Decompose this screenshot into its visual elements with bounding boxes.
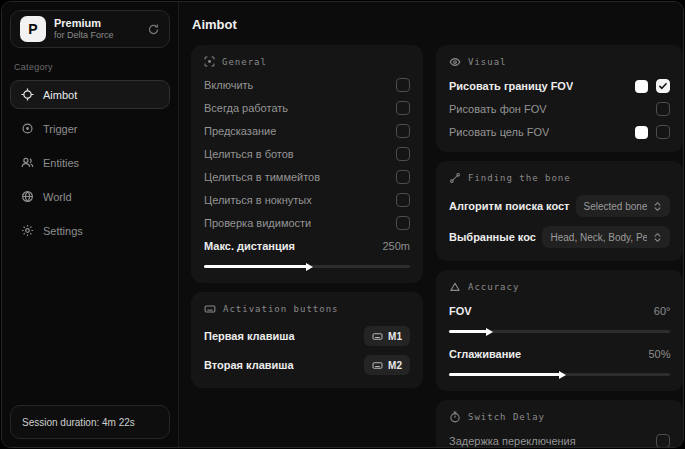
app-window: P Premium for Delta Force Category Aimbo…: [1, 1, 684, 448]
session-duration-text: Session duration: 4m 22s: [22, 417, 135, 428]
first-key-button[interactable]: M1: [364, 326, 410, 346]
switch-delay-toggle-row: Задержка переключения: [449, 434, 670, 447]
toggle-label: Включить: [204, 79, 253, 91]
target-bots-checkbox[interactable]: [396, 147, 410, 161]
fov-slider-row: FOV 60°: [449, 304, 670, 318]
panel-title-text: General: [222, 57, 267, 67]
sidebar-item-label: Aimbot: [43, 89, 77, 101]
fov-border-row: Рисовать границу FOV: [449, 79, 670, 93]
fov-border-color-swatch[interactable]: [635, 80, 648, 93]
second-key-row: Вторая клавиша M2: [204, 355, 410, 375]
panel-switch-delay: Switch Delay Задержка переключения Задер…: [436, 400, 683, 447]
app-logo: P: [20, 16, 46, 42]
smoothing-slider[interactable]: [449, 373, 670, 376]
sidebar-item-label: Settings: [43, 225, 83, 237]
toggle-row-target-knocked: Целиться в нокнутых: [204, 193, 410, 207]
sidebar: P Premium for Delta Force Category Aimbo…: [2, 2, 179, 447]
panel-visual: Visual Рисовать границу FOV Рисовать фон…: [436, 45, 683, 152]
sync-icon[interactable]: [147, 23, 160, 36]
first-key-row: Первая клавиша M1: [204, 326, 410, 346]
panel-title-text: Accuracy: [468, 282, 519, 292]
fov-target-label: Рисовать цель FOV: [449, 126, 549, 138]
fov-background-row: Рисовать фон FOV: [449, 102, 670, 116]
sidebar-item-label: World: [43, 191, 72, 203]
bone-algorithm-label: Алгоритм поиска кост: [449, 200, 570, 212]
first-key-label: Первая клавиша: [204, 330, 295, 342]
toggle-row-enable: Включить: [204, 78, 410, 92]
selected-bones-label: Выбранные кос: [449, 231, 536, 243]
toggle-label: Всегда работать: [204, 102, 288, 114]
panel-general-title: General: [204, 56, 410, 67]
bone-algorithm-row: Алгоритм поиска кост Selected bone: [449, 195, 670, 217]
triangle-icon: [449, 281, 461, 293]
keybind-value: M1: [388, 331, 402, 342]
sidebar-item-label: Trigger: [43, 123, 77, 135]
fov-target-color-swatch[interactable]: [635, 126, 648, 139]
prediction-checkbox[interactable]: [396, 124, 410, 138]
fov-border-label: Рисовать границу FOV: [449, 80, 573, 92]
crosshair-icon: [21, 88, 34, 101]
selected-bones-dropdown[interactable]: Head, Neck, Body, Pe...: [542, 226, 670, 248]
panel-activation-buttons: Activation buttons Первая клавиша M1: [191, 292, 423, 388]
keyboard-icon: [372, 360, 383, 371]
second-key-label: Вторая клавиша: [204, 359, 294, 371]
sidebar-item-settings[interactable]: Settings: [10, 216, 170, 245]
sidebar-item-world[interactable]: World: [10, 182, 170, 211]
fov-background-checkbox[interactable]: [656, 102, 670, 116]
second-key-button[interactable]: M2: [364, 355, 410, 375]
target-teammates-checkbox[interactable]: [396, 170, 410, 184]
trigger-icon: [21, 122, 34, 135]
enable-checkbox[interactable]: [396, 78, 410, 92]
keybind-value: M2: [388, 360, 402, 371]
target-knocked-checkbox[interactable]: [396, 193, 410, 207]
panel-finding-bone: Finding the bone Алгоритм поиска кост Se…: [436, 161, 683, 261]
toggle-row-target-teammates: Целиться в тиммейтов: [204, 170, 410, 184]
bone-icon: [449, 172, 461, 184]
sidebar-item-aimbot[interactable]: Aimbot: [10, 80, 170, 109]
switch-delay-toggle-label: Задержка переключения: [449, 435, 576, 447]
toggle-label: Проверка видимости: [204, 217, 311, 229]
max-distance-slider[interactable]: [204, 265, 410, 268]
main-content: Aimbot General Включить: [179, 2, 683, 447]
fov-slider[interactable]: [449, 330, 670, 333]
max-distance-label: Макс. дистанция: [204, 240, 295, 252]
smoothing-label: Сглаживание: [449, 348, 521, 360]
timer-icon: [449, 411, 461, 423]
sidebar-item-entities[interactable]: Entities: [10, 148, 170, 177]
entities-icon: [21, 156, 34, 169]
toggle-row-prediction: Предсказание: [204, 124, 410, 138]
fov-background-label: Рисовать фон FOV: [449, 103, 547, 115]
panel-title-text: Switch Delay: [468, 412, 545, 422]
toggle-label: Целиться в нокнутых: [204, 194, 312, 206]
bone-algorithm-dropdown[interactable]: Selected bone: [576, 195, 671, 217]
toggle-row-always-work: Всегда работать: [204, 101, 410, 115]
smoothing-row: Сглаживание 50%: [449, 347, 670, 361]
brand-subtitle: for Delta Force: [54, 30, 139, 41]
switch-delay-checkbox[interactable]: [656, 434, 670, 447]
slider-fill: [204, 265, 307, 268]
category-label: Category: [14, 62, 166, 72]
fov-border-checkbox[interactable]: [656, 79, 670, 93]
page-title: Aimbot: [192, 17, 670, 32]
brand-title: Premium: [54, 17, 139, 31]
toggle-row-target-bots: Целиться в ботов: [204, 147, 410, 161]
max-distance-value: 250m: [382, 240, 410, 252]
panel-title-text: Activation buttons: [223, 304, 339, 314]
panel-title-text: Visual: [468, 57, 507, 67]
fov-target-row: Рисовать цель FOV: [449, 125, 670, 139]
dropdown-value: Selected bone: [584, 201, 648, 212]
panel-title-text: Finding the bone: [468, 173, 571, 183]
toggle-label: Целиться в тиммейтов: [204, 171, 320, 183]
sidebar-item-trigger[interactable]: Trigger: [10, 114, 170, 143]
globe-icon: [21, 190, 34, 203]
toggle-row-visibility-check: Проверка видимости: [204, 216, 410, 230]
panel-accuracy-title: Accuracy: [449, 281, 670, 293]
brand-card: P Premium for Delta Force: [10, 10, 170, 48]
fov-target-checkbox[interactable]: [656, 125, 670, 139]
max-distance-row: Макс. дистанция 250m: [204, 239, 410, 253]
panel-accuracy: Accuracy FOV 60° Сглаживание 50%: [436, 270, 683, 391]
eye-icon: [449, 56, 461, 68]
always-work-checkbox[interactable]: [396, 101, 410, 115]
unfold-icon: [653, 232, 662, 243]
visibility-check-checkbox[interactable]: [396, 216, 410, 230]
